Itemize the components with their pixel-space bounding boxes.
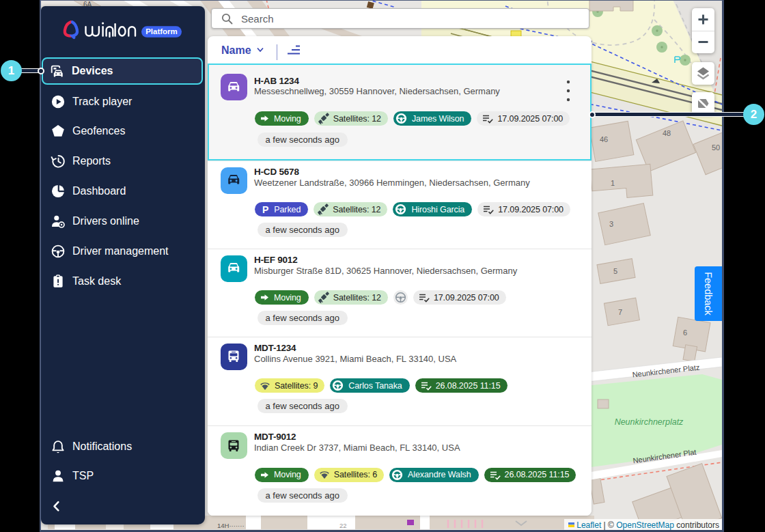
svg-text:Neunkirchnerplatz: Neunkirchnerplatz xyxy=(615,417,684,427)
svg-text:3: 3 xyxy=(609,220,613,228)
svg-text:14H·······: 14H······· xyxy=(217,522,245,529)
svg-text:5: 5 xyxy=(613,267,617,275)
svg-text:1: 1 xyxy=(611,179,615,187)
svg-text:7: 7 xyxy=(618,308,622,316)
svg-text:50: 50 xyxy=(712,143,720,152)
svg-text:Platform: Platform xyxy=(145,27,178,36)
svg-text:46: 46 xyxy=(600,135,608,143)
svg-text:22: 22 xyxy=(339,522,347,529)
svg-text:6: 6 xyxy=(683,328,687,337)
svg-text:48: 48 xyxy=(663,129,671,137)
